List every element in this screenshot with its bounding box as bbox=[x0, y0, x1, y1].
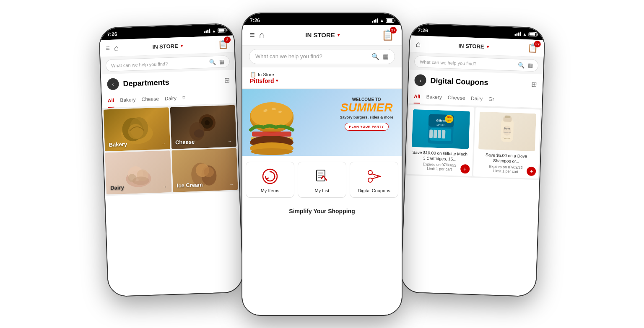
refresh-icon bbox=[262, 168, 278, 184]
search-icon-left: 🔍 bbox=[209, 59, 216, 65]
my-list-card[interactable]: My List bbox=[298, 162, 346, 198]
tab-gr-right[interactable]: Gr bbox=[488, 93, 494, 106]
search-bar-center: What can we help you find? 🔍 ▦ bbox=[242, 46, 402, 67]
digital-coupons-label: Digital Coupons bbox=[358, 188, 390, 193]
svg-text:Shampoo: Shampoo bbox=[504, 131, 511, 134]
dove-limit: Limit 1 per cart bbox=[493, 168, 518, 173]
svg-rect-48 bbox=[438, 130, 441, 138]
status-icons-left: ▲ bbox=[204, 28, 226, 33]
in-store-text: In Store bbox=[258, 72, 274, 77]
store-label: 📋 In Store bbox=[250, 72, 394, 77]
battery-center bbox=[386, 18, 394, 23]
hamburger-center[interactable]: ≡ bbox=[250, 30, 255, 40]
store-name[interactable]: Pittsford ▾ bbox=[250, 77, 394, 84]
dept-cell-cheese[interactable]: Cheese → bbox=[170, 105, 236, 149]
tab-dairy-right[interactable]: Dairy bbox=[471, 92, 483, 106]
search-placeholder-center: What can we help you find? bbox=[255, 53, 368, 59]
add-gillette-button[interactable]: + bbox=[460, 164, 470, 173]
svg-rect-49 bbox=[442, 130, 446, 138]
home-icon-left[interactable]: ⌂ bbox=[114, 43, 119, 52]
signal-right bbox=[515, 31, 521, 36]
hamburger-left[interactable]: ≡ bbox=[106, 44, 110, 52]
search-wrap-right[interactable]: What can we help you find? 🔍 ▦ bbox=[414, 55, 539, 71]
home-icon-right[interactable]: ⌂ bbox=[415, 39, 421, 49]
cart-wrapper-center[interactable]: 📋 27 bbox=[382, 29, 394, 41]
back-button[interactable]: ‹ bbox=[107, 78, 119, 90]
screen-coupons: 7:26 ▲ ⌂ bbox=[401, 23, 545, 296]
filter-icon-right[interactable]: ⊞ bbox=[531, 80, 537, 88]
filter-icon-left[interactable]: ⊞ bbox=[224, 76, 230, 84]
digital-coupons-icon bbox=[366, 168, 382, 185]
time-left: 7:26 bbox=[107, 31, 117, 37]
gillette-image: Gillette MACH3 20% bbox=[412, 109, 470, 149]
svg-rect-55 bbox=[505, 115, 511, 118]
tab-all-right[interactable]: All bbox=[414, 90, 421, 104]
cheese-label: Cheese bbox=[175, 139, 195, 146]
app-header-center: ≡ ⌂ IN STORE ▼ 📋 27 bbox=[242, 25, 402, 46]
phone-right: 7:26 ▲ ⌂ bbox=[401, 23, 545, 296]
svg-text:Dove: Dove bbox=[504, 127, 511, 130]
search-wrap-left[interactable]: What can we help you find? 🔍 ▦ bbox=[106, 55, 230, 71]
home-icon-center[interactable]: ⌂ bbox=[259, 30, 265, 41]
store-selector-right[interactable]: IN STORE ▼ bbox=[425, 41, 523, 51]
summer-text: SUMMER bbox=[340, 102, 393, 114]
tab-bakery-left[interactable]: Bakery bbox=[120, 93, 136, 107]
svg-rect-46 bbox=[429, 129, 433, 138]
wifi-left: ▲ bbox=[212, 28, 216, 33]
tab-f-left[interactable]: F bbox=[182, 91, 185, 105]
dairy-label: Dairy bbox=[110, 184, 124, 191]
coupon-gillette[interactable]: Gillette MACH3 20% bbox=[407, 105, 474, 176]
coupon-grid: Gillette MACH3 20% bbox=[405, 103, 542, 180]
gillette-limit: Limit 1 per cart bbox=[427, 166, 452, 171]
gillette-illustration: Gillette MACH3 20% bbox=[426, 112, 456, 146]
dept-cell-ice-cream[interactable]: Ice Cream → bbox=[171, 148, 238, 192]
add-dove-button[interactable]: + bbox=[527, 166, 536, 176]
burger-illustration bbox=[244, 97, 299, 156]
svg-point-20 bbox=[251, 102, 293, 127]
tab-dairy-left[interactable]: Dairy bbox=[164, 92, 177, 106]
in-store-label-right: IN STORE bbox=[458, 42, 484, 49]
cart-badge-left: 2 bbox=[224, 36, 231, 43]
dept-cell-bakery[interactable]: Bakery → bbox=[104, 107, 170, 151]
plan-party-button[interactable]: PLAN YOUR PARTY bbox=[345, 123, 389, 131]
dove-illustration: Dove Shampoo bbox=[494, 114, 520, 148]
search-wrap-center[interactable]: What can we help you find? 🔍 ▦ bbox=[249, 49, 395, 64]
tab-bakery-right[interactable]: Bakery bbox=[426, 90, 442, 104]
cheese-arrow: → bbox=[227, 138, 232, 143]
hero-banner: Welcome to SUMMER Savory burgers, sides … bbox=[242, 89, 402, 156]
barcode-icon-right: ▦ bbox=[528, 62, 533, 68]
time-center: 7:26 bbox=[250, 18, 260, 23]
my-items-icon bbox=[262, 168, 278, 185]
tab-cheese-left[interactable]: Cheese bbox=[141, 92, 159, 106]
in-store-label-center: IN STORE bbox=[305, 31, 335, 39]
coupon-back-button[interactable]: ‹ bbox=[414, 74, 426, 86]
my-items-card[interactable]: My Items bbox=[246, 162, 294, 198]
dairy-arrow: → bbox=[163, 184, 167, 189]
hero-text-area: Welcome to SUMMER Savory burgers, sides … bbox=[340, 97, 393, 131]
phone-center: 7:26 ▲ ≡ bbox=[242, 13, 402, 315]
simplify-text: Simplify Your Shopping bbox=[242, 204, 402, 219]
cart-wrapper-left[interactable]: 📋 2 bbox=[218, 39, 229, 49]
tab-all-left[interactable]: All bbox=[107, 94, 114, 108]
dept-cell-dairy[interactable]: Dairy → bbox=[105, 150, 171, 194]
screen-home: 7:26 ▲ ≡ bbox=[242, 13, 402, 315]
battery-right bbox=[528, 32, 537, 36]
store-selector-center[interactable]: IN STORE ▼ bbox=[269, 31, 377, 39]
store-selector-left[interactable]: IN STORE ▼ bbox=[123, 41, 214, 51]
screen-departments: 7:26 ▲ ≡ ⌂ bbox=[99, 23, 243, 296]
quick-actions: My Items My Li bbox=[242, 156, 402, 204]
departments-title: Departments bbox=[123, 76, 220, 88]
tab-cheese-right[interactable]: Cheese bbox=[447, 91, 465, 105]
search-icon-right: 🔍 bbox=[518, 62, 525, 68]
summer-subtitle: Savory burgers, sides & more bbox=[340, 115, 393, 119]
gillette-desc: Save $10.00 on Gillette Mach 3 Cartridge… bbox=[411, 149, 468, 162]
my-items-label: My Items bbox=[261, 188, 280, 193]
notch-right bbox=[457, 25, 499, 35]
wifi-center: ▲ bbox=[380, 18, 384, 23]
time-right: 7:26 bbox=[418, 27, 428, 34]
digital-coupons-card[interactable]: Digital Coupons bbox=[350, 162, 398, 198]
cart-wrapper-right[interactable]: 📋 27 bbox=[527, 43, 538, 53]
coupon-dove[interactable]: Dove Shampoo Save $5.00 on a Dove Shampo… bbox=[473, 107, 540, 178]
wifi-right: ▲ bbox=[522, 31, 527, 36]
ice-cream-label: Ice Cream bbox=[177, 181, 203, 189]
